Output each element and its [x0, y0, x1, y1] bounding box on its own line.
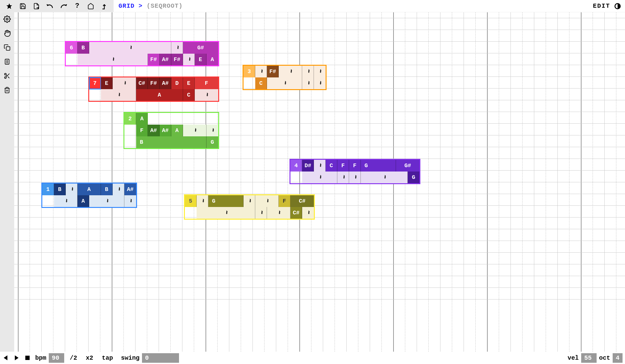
svg-marker-18: [15, 355, 19, 360]
svg-marker-0: [6, 3, 12, 9]
tap-tempo-button[interactable]: tap: [99, 354, 116, 362]
svg-line-14: [6, 75, 7, 76]
clipboard-icon[interactable]: [3, 57, 11, 66]
undo-icon[interactable]: [43, 0, 57, 12]
up-icon[interactable]: [98, 0, 111, 12]
clip-1[interactable]: 1 B 𝄽 A B 𝄽 A# 𝄽 A 𝄽 𝄽: [41, 183, 137, 208]
bottom-bar: bpm 90 /2 x2 tap swing 0 vel 55 oct 4: [0, 352, 625, 364]
transport: [2, 355, 30, 361]
play-icon[interactable]: [14, 355, 20, 361]
svg-rect-19: [25, 356, 30, 360]
cut-icon[interactable]: [3, 72, 11, 80]
toolbar: ?: [0, 0, 114, 12]
main: 6 B 𝄽 𝄽 G# 𝄽 F# A# F# 𝄽 E A: [0, 12, 625, 352]
help-icon[interactable]: ?: [70, 0, 84, 12]
svg-point-11: [5, 77, 6, 79]
svg-rect-5: [6, 47, 10, 50]
breadcrumb-root[interactable]: GRID: [119, 2, 135, 10]
svg-point-10: [5, 73, 6, 75]
settings-icon[interactable]: [3, 15, 11, 23]
clip-4[interactable]: 4 D# 𝄽 C F F G G# 𝄽 𝄽 𝄽 𝄽 G: [290, 159, 420, 184]
file-export-icon[interactable]: [30, 0, 43, 12]
clips-layer: 6 B 𝄽 𝄽 G# 𝄽 F# A# F# 𝄽 E A: [14, 12, 625, 352]
swing-control[interactable]: swing 0: [119, 352, 179, 364]
edit-button[interactable]: EDIT: [593, 2, 610, 10]
clip-7[interactable]: 7 E 𝄽 C# F# A# D E F 𝄽 A C 𝄽: [88, 77, 219, 102]
globe-icon[interactable]: [614, 2, 621, 10]
svg-line-13: [8, 77, 9, 78]
home-icon[interactable]: [84, 0, 98, 12]
top-bar: ? GRID > (SEQROOT) EDIT: [0, 0, 625, 12]
prev-icon[interactable]: [2, 355, 9, 361]
velocity-control[interactable]: vel 55: [565, 353, 597, 363]
bpm-control[interactable]: bpm 90: [33, 352, 64, 364]
clip-3[interactable]: 3 𝄽 F# 𝄽 𝄽 𝄽 C 𝄽 𝄽 𝄽: [243, 65, 327, 90]
trash-icon[interactable]: [3, 86, 11, 94]
star-icon[interactable]: [2, 0, 16, 12]
stop-icon[interactable]: [25, 355, 30, 361]
sidebar: [0, 12, 14, 352]
copy-icon[interactable]: [3, 43, 11, 52]
hand-icon[interactable]: [3, 29, 11, 38]
clip-5[interactable]: 5 𝄽 G 𝄽 𝄽 F C# 𝄽 𝄽 𝄽 C# 𝄽: [184, 194, 315, 220]
clip-6[interactable]: 6 B 𝄽 𝄽 G# 𝄽 F# A# F# 𝄽 E A: [65, 41, 219, 66]
breadcrumb-path: (SEQROOT): [147, 2, 183, 10]
topbar-right: EDIT: [593, 2, 625, 10]
svg-marker-17: [4, 355, 7, 360]
save-icon[interactable]: [16, 0, 30, 12]
breadcrumb: GRID > (SEQROOT): [114, 2, 188, 10]
double-tempo-button[interactable]: x2: [83, 354, 96, 362]
clip-2[interactable]: 2 A F A# A# A 𝄽 𝄽 B G: [123, 112, 219, 149]
half-tempo-button[interactable]: /2: [67, 354, 80, 362]
redo-icon[interactable]: [57, 0, 70, 12]
svg-point-4: [6, 18, 8, 20]
octave-control[interactable]: oct 4: [597, 353, 623, 363]
grid-canvas[interactable]: 6 B 𝄽 𝄽 G# 𝄽 F# A# F# 𝄽 E A: [14, 12, 625, 352]
